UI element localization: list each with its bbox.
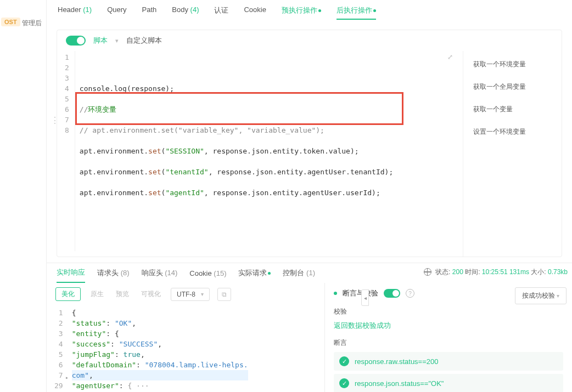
snippet-item[interactable]: 设置一个环境变量 [463,121,562,143]
response-meta: 状态: 200 时间: 10:25:51 131ms 大小: 0.73kb [424,268,568,277]
tab-title-fragment: 管理后 [22,19,42,28]
resp-tab-req-headers[interactable]: 请求头 (8) [97,268,130,282]
assert-title: 断言与校验 [343,288,378,298]
view-raw[interactable]: 原生 [88,287,106,301]
resp-tab-resp-headers[interactable]: 响应头 (14) [142,268,178,282]
copy-icon[interactable]: ⧉ [217,288,231,301]
section-validate: 校验 [334,307,563,316]
tab-path[interactable]: Path [142,5,157,20]
json-viewer[interactable]: 1234567▸2930313233343536 { "status": "OK… [47,305,324,392]
code-lines[interactable]: console.log(response); //环境变量 // apt.env… [75,51,393,251]
status-dot-icon [334,292,337,295]
response-tabs: 实时响应 请求头 (8) 响应头 (14) Cookie (15) 实际请求 控… [47,263,572,283]
assert-toggle[interactable] [384,289,400,298]
expand-icon[interactable]: ⤢ [447,53,453,61]
resp-tab-console[interactable]: 控制台 (1) [283,268,315,282]
chevron-down-icon[interactable]: ▾ [115,37,119,44]
resp-tab-actual-request[interactable]: 实际请求 [238,268,271,282]
code-editor[interactable]: 12345678 console.log(response); //环境变量 /… [63,51,457,251]
tab-header[interactable]: Header (1) [58,5,92,20]
section-assert: 断言 [334,338,563,348]
chevron-down-icon: ▾ [201,291,204,297]
assert-item: ✓response.json.status=="OK" [334,374,563,392]
check-icon: ✓ [339,356,349,366]
snippet-item[interactable]: 获取一个全局变量 [463,76,562,98]
tab-body[interactable]: Body (4) [172,5,199,20]
view-preview[interactable]: 预览 [114,287,131,301]
json-lines: { "status": "OK", "entity": { "success":… [69,308,248,392]
resp-tab-cookie[interactable]: Cookie (15) [189,269,226,282]
encoding-select[interactable]: UTF-8 ▾ [171,288,210,301]
tab-pre-script[interactable]: 预执行操作 [282,5,321,20]
request-tabs: Header (1) Query Path Body (4) 认证 Cookie… [47,0,572,24]
code-gutter: 12345678 [63,51,75,251]
tab-auth[interactable]: 认证 [214,5,228,20]
panel-collapse-handle[interactable]: ◂ [361,289,369,306]
snippet-list: 获取一个环境变量 获取一个全局变量 获取一个变量 设置一个环境变量 [463,51,562,257]
validate-success: 返回数据校验成功 [334,321,563,331]
view-visualize[interactable]: 可视化 [139,287,163,301]
view-pretty[interactable]: 美化 [55,287,81,301]
script-enable-toggle[interactable] [66,36,86,46]
tab-cookie[interactable]: Cookie [244,5,266,20]
script-name: 自定义脚本 [126,36,162,46]
method-badge: OST [1,18,20,26]
resp-tab-realtime[interactable]: 实时响应 [57,268,85,283]
json-gutter: 1234567▸2930313233343536 [52,308,69,392]
check-icon: ✓ [339,378,349,388]
validate-mode-select[interactable]: 按成功校验 ▾ [515,287,567,304]
tab-post-script[interactable]: 后执行操作 [337,5,376,20]
assert-item: ✓response.raw.status==200 [334,352,563,371]
globe-icon [424,268,431,276]
help-icon[interactable]: ? [406,289,414,298]
tab-query[interactable]: Query [107,5,126,20]
snippet-item[interactable]: 获取一个变量 [463,98,562,121]
snippet-item[interactable]: 获取一个环境变量 [463,53,562,76]
script-label: 脚本 [93,36,108,46]
